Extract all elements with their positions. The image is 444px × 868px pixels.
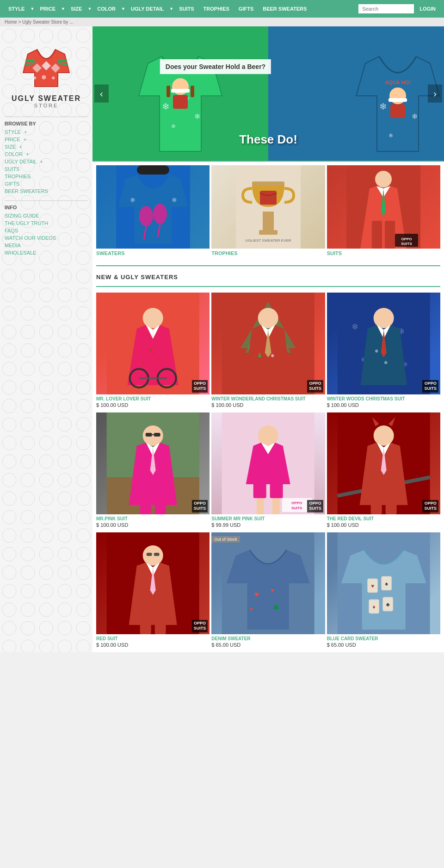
svg-text:❄: ❄ (383, 360, 387, 365)
svg-text:♥: ♥ (371, 583, 374, 589)
sidebar-watch-videos[interactable]: WATCH OUR VIDEOS (5, 234, 88, 242)
product-4-price: $ 99.99 USD (211, 522, 325, 531)
nav-ugly-detail[interactable]: UGLY DETAIL (127, 4, 167, 13)
svg-rect-77 (140, 484, 151, 514)
product-0-badge: OPPOSUITS (192, 380, 208, 393)
nav-size[interactable]: SIZE (67, 4, 86, 13)
sidebar-item-style[interactable]: STYLE + (5, 128, 88, 136)
product-4-name: SUMMER MR PINK SUIT (211, 514, 325, 522)
product-6-badge: OPPOSUITS (192, 620, 208, 632)
category-row: ❄ ❄ SWEATERS (92, 161, 444, 262)
product-1-price: $ 100.00 USD (211, 402, 325, 411)
sidebar-item-size[interactable]: SIZE + (5, 143, 88, 150)
product-2-name: WINTER WOODS CHRISTMAS SUIT (327, 394, 440, 402)
svg-rect-43 (372, 221, 382, 249)
svg-point-42 (375, 171, 392, 187)
svg-text:♥: ♥ (254, 590, 259, 599)
product-7-image: ♥ ♥ ♥ 🌲 (211, 532, 325, 634)
product-3-name: MR.PINK SUIT (96, 514, 210, 522)
svg-text:♥: ♥ (148, 346, 153, 354)
suits-category-image: OPPO SUITS (346, 165, 420, 249)
login-button[interactable]: LOGIN (416, 4, 439, 13)
category-sweaters-label: SWEATERS (96, 249, 210, 258)
sidebar-faqs[interactable]: FAQS (5, 227, 88, 234)
sidebar-item-suits[interactable]: SUITS (5, 165, 88, 173)
svg-rect-38 (252, 181, 284, 185)
svg-text:❄: ❄ (388, 132, 393, 139)
logo-text: UGLY SWEATER (5, 94, 88, 103)
svg-text:❄: ❄ (33, 75, 37, 81)
product-card-5[interactable]: OPPOSUITS THE RED DEVIL SUIT $ 100.00 US… (327, 412, 440, 531)
nav-style[interactable]: STYLE (5, 4, 28, 13)
svg-rect-74 (146, 433, 152, 437)
sidebar-media[interactable]: MEDIA (5, 242, 88, 249)
sidebar-item-trophies[interactable]: TROPHIES (5, 173, 88, 180)
product-6-image (96, 532, 210, 634)
svg-point-30 (153, 204, 167, 224)
svg-rect-84 (272, 498, 280, 514)
product-8-price: $ 65.00 USD (327, 642, 440, 650)
product-card-0[interactable]: ♥ ♥ ♥ OPPOSUITS MR. LOVER LOVER SUIT $ 1… (96, 293, 210, 411)
hero-next-button[interactable]: › (428, 85, 442, 103)
logo-image: ❄ ❄ ❄ (18, 36, 74, 91)
product-card-3[interactable]: OPPOSUITS MR.PINK SUIT $ 100.00 USD (96, 412, 210, 531)
svg-rect-37 (263, 212, 274, 230)
product-card-8[interactable]: ♥ ♠ ♦ ♣ BLUE CARD SWEATER $ 65.00 USD (327, 532, 440, 650)
svg-text:♠: ♠ (385, 581, 388, 587)
svg-text:❄: ❄ (374, 349, 378, 354)
sidebar-item-beer-sweaters[interactable]: BEER SWEATERS (5, 187, 88, 195)
nav-beer-sweaters[interactable]: BEER SWEATERS (259, 4, 310, 13)
nav-price[interactable]: PRICE (36, 4, 59, 13)
logo-subtext: STORE (5, 103, 88, 108)
nav-gifts[interactable]: GIFTS (235, 4, 257, 13)
search-input[interactable] (358, 4, 414, 13)
sidebar-item-ugly-detail[interactable]: UGLY DETAIL + (5, 158, 88, 165)
product-5-name: THE RED DEVIL SUIT (327, 514, 440, 522)
svg-text:❄: ❄ (271, 353, 274, 358)
product-card-7[interactable]: ♥ ♥ ♥ 🌲 Out of Stock DENIM SWEATER $ 65.… (211, 532, 325, 650)
hero-answer: These Do! (239, 132, 297, 147)
svg-rect-94 (385, 486, 396, 514)
svg-rect-98 (154, 553, 160, 556)
product-1-image: 🎄 ❄ (211, 293, 325, 394)
svg-text:🎄: 🎄 (257, 353, 263, 359)
logo-area: ❄ ❄ ❄ UGLY SWEATER STORE (5, 31, 88, 113)
hero-prev-button[interactable]: ‹ (94, 85, 109, 103)
product-card-2[interactable]: ❄ ❄ ❄ ❄ ❄ (327, 293, 440, 411)
product-card-4[interactable]: OPPO SUITS OPPOSUITS SUMMER MR PINK SUIT… (211, 412, 325, 531)
category-trophies-label: TROPHIES (211, 249, 325, 258)
nav-suits[interactable]: SUITS (175, 4, 197, 13)
svg-rect-19 (191, 86, 194, 97)
svg-text:SUITS: SUITS (401, 242, 413, 246)
category-trophies[interactable]: UGLIEST SWEATER EVER TROPHIES (211, 165, 325, 258)
category-sweaters[interactable]: ❄ ❄ SWEATERS (96, 165, 210, 258)
svg-rect-78 (155, 484, 166, 514)
trophies-category-image: UGLIEST SWEATER EVER (236, 165, 301, 249)
product-card-1[interactable]: 🎄 ❄ OPPOSUITS WINTER WONDERLAND CHRISTMA… (211, 293, 325, 411)
sidebar-wholesale[interactable]: WHOLESALE (5, 249, 88, 256)
product-8-image: ♥ ♠ ♦ ♣ (327, 532, 440, 634)
svg-rect-93 (370, 486, 382, 514)
sidebar-item-color[interactable]: COLOR + (5, 150, 88, 158)
sidebar-sizing-guide[interactable]: SIZING GUIDE (5, 212, 88, 219)
svg-rect-28 (137, 165, 169, 175)
svg-text:UGLIEST SWEATER EVER: UGLIEST SWEATER EVER (245, 238, 291, 243)
category-suits[interactable]: OPPO SUITS SUITS (327, 165, 440, 258)
svg-rect-83 (257, 498, 264, 514)
svg-rect-99 (140, 606, 151, 634)
svg-text:SUITS: SUITS (291, 506, 302, 510)
svg-rect-39 (260, 191, 277, 205)
nav-trophies[interactable]: TROPHIES (200, 4, 233, 13)
sidebar-item-price[interactable]: PRICE + (5, 136, 88, 143)
product-card-6[interactable]: OPPOSUITS RED SUIT $ 100.00 USD (96, 532, 210, 650)
svg-text:♥: ♥ (250, 606, 253, 612)
svg-text:❄: ❄ (130, 196, 136, 204)
category-suits-label: SUITS (327, 249, 440, 258)
nav-color[interactable]: COLOR (93, 4, 119, 13)
svg-text:❄: ❄ (379, 101, 387, 112)
sidebar-ugly-truth[interactable]: THE UGLY TRUTH (5, 219, 88, 227)
svg-text:♣: ♣ (386, 601, 389, 608)
main-layout: ❄ ❄ ❄ UGLY SWEATER STORE BROWSE BY STYLE… (0, 26, 444, 652)
sidebar-item-gifts[interactable]: GIFTS (5, 180, 88, 187)
svg-text:🌲: 🌲 (273, 603, 280, 610)
